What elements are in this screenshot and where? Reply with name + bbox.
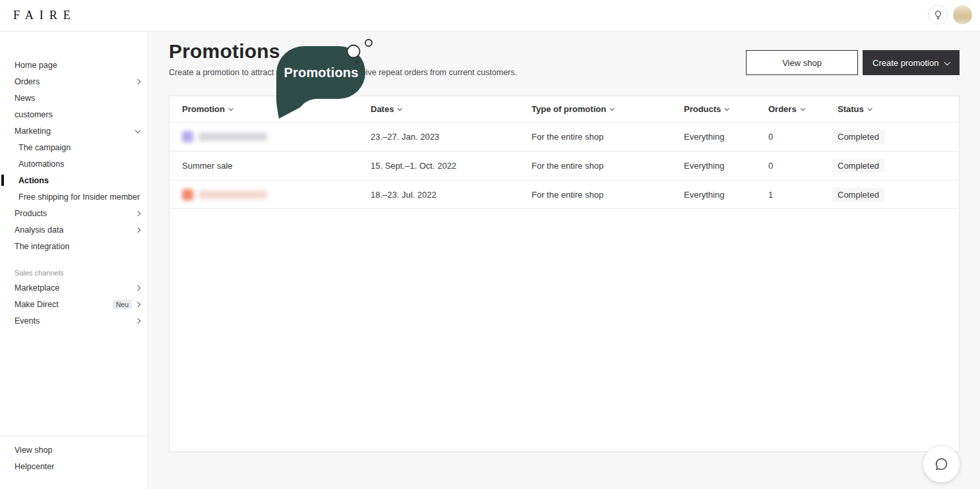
sidebar-item-label: The integration	[15, 242, 69, 251]
products-cell: Everything	[684, 132, 768, 142]
faire-logo[interactable]: FAIRE	[13, 9, 77, 22]
sidebar-item-make-direct[interactable]: Make DirectNeu	[0, 296, 148, 312]
page-subtitle: Create a promotion to attract new custom…	[169, 68, 517, 77]
promotion-name: Summer sale	[182, 161, 233, 171]
column-header-products[interactable]: Products	[684, 104, 768, 114]
sidebar-item-marketplace[interactable]: Marketplace	[0, 279, 148, 296]
sidebar-item-label: Helpcenter	[15, 462, 54, 471]
chevron-right-icon	[135, 78, 140, 84]
column-header-dates[interactable]: Dates	[371, 104, 532, 114]
sidebar-item-helpcenter[interactable]: Helpcenter	[0, 458, 148, 475]
chevron-right-icon	[135, 301, 140, 306]
sidebar-item-home-page[interactable]: Home page	[0, 57, 148, 73]
chevron-down-icon	[135, 127, 140, 132]
column-header-status[interactable]: Status	[838, 104, 959, 114]
sidebar-item-label: The campaign	[18, 143, 71, 152]
sidebar-item-label: View shop	[15, 446, 52, 455]
status-cell: Completed	[838, 130, 959, 144]
sidebar-item-label: Free shipping for Insider members	[18, 192, 140, 202]
chat-button[interactable]	[923, 446, 960, 482]
create-promotion-label: Create promotion	[873, 58, 938, 68]
redacted-promotion-name	[199, 190, 267, 199]
dates-cell: 15. Sept.–1. Oct. 2022	[371, 161, 532, 171]
status-cell: Completed	[838, 159, 959, 173]
sidebar-item-label: Orders	[15, 77, 40, 86]
chat-bubble-icon	[933, 456, 950, 473]
sidebar-item-label: Marketplace	[15, 283, 59, 293]
promotions-table: PromotionDatesType of promotionProductsO…	[169, 96, 960, 452]
type-cell: For the entire shop	[532, 132, 684, 142]
status-badge: Completed	[832, 130, 884, 144]
sidebar-item-label: Marketing	[15, 127, 51, 136]
sidebar-item-label: Analysis data	[15, 225, 63, 235]
orders-cell: 0	[768, 161, 838, 171]
products-cell: Everything	[684, 190, 768, 200]
view-shop-button[interactable]: View shop	[746, 50, 858, 75]
products-cell: Everything	[684, 161, 768, 171]
sort-chevron-icon	[229, 106, 233, 110]
table-body: 23.–27. Jan. 2023For the entire shopEver…	[169, 122, 959, 209]
status-cell: Completed	[838, 188, 959, 202]
sidebar: Home pageOrdersNewscustomersMarketingThe…	[0, 32, 148, 489]
sidebar-item-orders[interactable]: Orders	[0, 73, 148, 90]
topbar-actions	[928, 5, 972, 24]
sidebar-item-the-integration[interactable]: The integration	[0, 238, 148, 254]
tips-button[interactable]	[928, 5, 948, 24]
status-badge: Completed	[832, 188, 884, 202]
sidebar-footer: View shopHelpcenter	[0, 436, 148, 475]
sidebar-item-news[interactable]: News	[0, 90, 148, 106]
chevron-down-icon	[944, 59, 950, 65]
sidebar-item-the-campaign[interactable]: The campaign	[0, 139, 148, 156]
redacted-promotion-icon	[182, 131, 193, 142]
orders-cell: 1	[768, 190, 838, 200]
view-shop-label: View shop	[782, 58, 822, 68]
new-badge: Neu	[113, 300, 132, 309]
create-promotion-button[interactable]: Create promotion	[863, 50, 960, 75]
chevron-right-icon	[135, 210, 140, 216]
sidebar-item-label: Products	[15, 209, 47, 218]
table-row[interactable]: 23.–27. Jan. 2023For the entire shopEver…	[169, 122, 959, 151]
dates-cell: 23.–27. Jan. 2023	[371, 132, 532, 142]
sidebar-item-free-shipping-for-insider-members[interactable]: Free shipping for Insider members	[0, 188, 148, 205]
column-header-type-of-promotion[interactable]: Type of promotion	[532, 104, 684, 114]
sidebar-item-label: Automations	[18, 159, 64, 169]
sort-chevron-icon	[610, 106, 614, 110]
sort-chevron-icon	[868, 106, 872, 110]
promotion-cell	[182, 189, 371, 200]
column-header-orders[interactable]: Orders	[768, 104, 838, 114]
sidebar-item-customers[interactable]: customers	[0, 106, 148, 123]
chevron-right-icon	[135, 227, 140, 232]
sort-chevron-icon	[398, 106, 402, 110]
main-content: Promotions Create a promotion to attract…	[148, 32, 980, 489]
page-title: Promotions	[169, 40, 280, 63]
column-header-promotion[interactable]: Promotion	[182, 104, 371, 114]
sidebar-item-view-shop[interactable]: View shop	[0, 442, 148, 458]
top-bar: FAIRE	[0, 0, 980, 32]
sidebar-item-analysis-data[interactable]: Analysis data	[0, 221, 148, 238]
sidebar-item-products[interactable]: Products	[0, 205, 148, 221]
orders-cell: 0	[768, 132, 838, 142]
chevron-right-icon	[135, 285, 140, 290]
sidebar-item-actions[interactable]: Actions	[0, 172, 148, 188]
table-row[interactable]: 18.–23. Jul. 2022For the entire shopEver…	[169, 180, 959, 209]
sidebar-item-label: Home page	[15, 61, 57, 70]
lightbulb-icon	[933, 9, 944, 20]
type-cell: For the entire shop	[532, 161, 684, 171]
sales-channels-section-label: Sales channels	[0, 266, 148, 279]
table-row[interactable]: Summer sale15. Sept.–1. Oct. 2022For the…	[169, 151, 959, 180]
user-avatar[interactable]	[953, 5, 972, 24]
dates-cell: 18.–23. Jul. 2022	[371, 190, 532, 200]
sort-chevron-icon	[725, 106, 729, 110]
table-header-row: PromotionDatesType of promotionProductsO…	[169, 96, 959, 122]
promotion-cell	[182, 131, 371, 142]
sidebar-item-events[interactable]: Events	[0, 312, 148, 329]
type-cell: For the entire shop	[532, 190, 684, 200]
sidebar-item-label: Actions	[18, 176, 49, 185]
redacted-promotion-name	[199, 132, 267, 141]
sidebar-item-marketing[interactable]: Marketing	[0, 123, 148, 139]
sidebar-item-automations[interactable]: Automations	[0, 156, 148, 172]
sidebar-item-label: Make Direct	[15, 300, 59, 309]
sidebar-item-label: customers	[15, 110, 53, 119]
redacted-promotion-icon	[182, 189, 193, 200]
chevron-right-icon	[135, 318, 140, 323]
